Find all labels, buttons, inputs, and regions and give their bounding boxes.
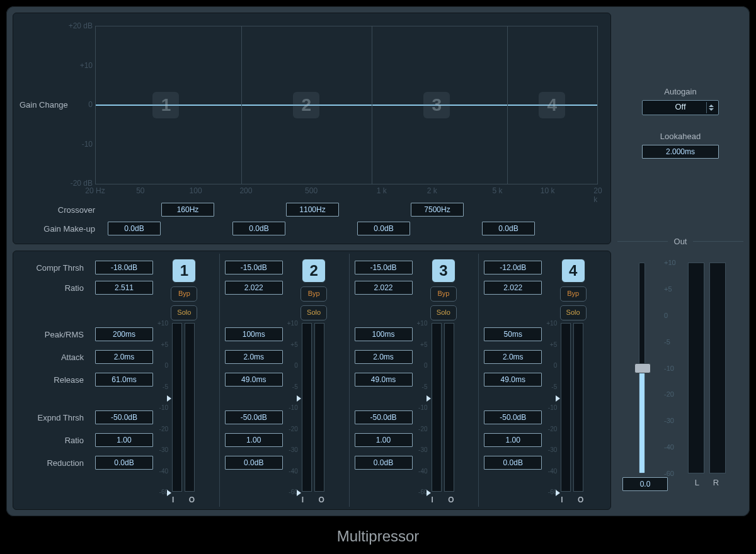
compr-thrsh-value-3[interactable]: -15.0dB: [355, 261, 413, 274]
bypass-button-1[interactable]: Byp: [171, 286, 197, 302]
output-meter-4: [573, 323, 583, 492]
input-meter-4: [561, 323, 571, 492]
lookahead-value[interactable]: 2.000ms: [642, 145, 719, 159]
input-meter-2: [302, 323, 312, 492]
crossover-1[interactable]: 160Hz: [161, 203, 214, 217]
band-4: -12.0dB2.02250ms2.0ms49.0ms-50.0dB1.000.…: [478, 254, 608, 507]
ratio-value-3[interactable]: 1.00: [355, 433, 413, 447]
expnd-thrsh-value-2[interactable]: -50.0dB: [225, 410, 283, 424]
gain-graph[interactable]: Gain Change +20 dB+100-10-20 dB 1234 20 …: [13, 13, 611, 244]
ratio-value-3[interactable]: 2.022: [355, 281, 413, 295]
peak-rms-value-1[interactable]: 200ms: [95, 327, 153, 341]
gain-makeup-row: Gain Make-up 0.0dB0.0dB0.0dB0.0dB: [20, 220, 598, 237]
peak-rms-value-3[interactable]: 100ms: [355, 327, 413, 341]
input-meter-3: [432, 323, 442, 492]
label-reduction: Reduction: [47, 458, 84, 468]
label-ratio: Ratio: [65, 283, 84, 293]
band-toggle-1[interactable]: 1: [172, 259, 196, 283]
label-attack: Attack: [61, 353, 84, 362]
output-meter-l: [688, 263, 704, 473]
threshold-marker-icon[interactable]: [427, 490, 431, 496]
ratio-value-4[interactable]: 2.022: [484, 281, 542, 295]
label-release: Release: [54, 375, 84, 385]
solo-button-2[interactable]: Solo: [301, 305, 327, 320]
ratio-value-1[interactable]: 2.511: [95, 281, 153, 295]
crossover-2[interactable]: 1100Hz: [286, 203, 339, 217]
release-value-4[interactable]: 49.0ms: [484, 373, 542, 387]
attack-value-4[interactable]: 2.0ms: [484, 350, 542, 364]
output-scale: +10+50-5-10-20-30-40-60: [664, 263, 685, 473]
threshold-marker-icon[interactable]: [167, 490, 171, 496]
threshold-marker-icon[interactable]: [427, 395, 431, 402]
bands-panel: Compr Thrsh Ratio Peak/RMS Attack Releas…: [13, 251, 611, 510]
solo-button-3[interactable]: Solo: [430, 305, 457, 320]
reduction-value-3[interactable]: 0.0dB: [355, 456, 413, 470]
gain-makeup-1[interactable]: 0.0dB: [108, 222, 161, 235]
threshold-marker-icon[interactable]: [297, 490, 301, 496]
attack-value-1[interactable]: 2.0ms: [95, 350, 153, 364]
output-meter-1: [185, 323, 195, 492]
band-3: -15.0dB2.022100ms2.0ms49.0ms-50.0dB1.000…: [349, 254, 479, 507]
threshold-marker-icon[interactable]: [556, 490, 560, 496]
autogain-select[interactable]: Off: [642, 100, 719, 115]
band-1: -18.0dB2.511200ms2.0ms61.0ms-50.0dB1.000…: [90, 254, 219, 507]
gain-makeup-2[interactable]: 0.0dB: [232, 222, 285, 235]
y-axis-label: Gain Change: [20, 100, 68, 110]
reduction-value-4[interactable]: 0.0dB: [484, 456, 542, 470]
expnd-thrsh-value-1[interactable]: -50.0dB: [95, 410, 153, 424]
band-toggle-4[interactable]: 4: [561, 259, 585, 283]
crossover-label: Crossover: [20, 205, 99, 215]
expnd-thrsh-value-3[interactable]: -50.0dB: [355, 410, 413, 424]
y-ticks: +20 dB+100-10-20 dB: [62, 26, 93, 183]
ratio-value-2[interactable]: 2.022: [225, 281, 283, 295]
band-2: -15.0dB2.022100ms2.0ms49.0ms-50.0dB1.000…: [219, 254, 349, 507]
compr-thrsh-value-1[interactable]: -18.0dB: [95, 261, 153, 274]
reduction-value-2[interactable]: 0.0dB: [225, 456, 283, 470]
attack-value-3[interactable]: 2.0ms: [355, 350, 413, 364]
gain-makeup-label: Gain Make-up: [20, 224, 99, 234]
x-ticks: 20 Hz501002005001 k2 k5 k10 k20 k: [95, 26, 598, 183]
crossover-3[interactable]: 7500Hz: [411, 203, 464, 217]
global-controls: Autogain Off Lookahead 2.000ms: [617, 13, 743, 233]
output-meter-2: [314, 323, 324, 492]
reduction-value-1[interactable]: 0.0dB: [95, 456, 153, 470]
output-gain-slider[interactable]: [639, 263, 645, 473]
band-toggle-2[interactable]: 2: [302, 259, 326, 283]
solo-button-1[interactable]: Solo: [171, 305, 197, 320]
gain-makeup-3[interactable]: 0.0dB: [357, 222, 410, 235]
threshold-marker-icon[interactable]: [167, 395, 171, 402]
output-r-label: R: [713, 478, 719, 487]
peak-rms-value-4[interactable]: 50ms: [484, 327, 542, 341]
ratio-value-4[interactable]: 1.00: [484, 433, 542, 447]
gain-makeup-4[interactable]: 0.0dB: [482, 222, 535, 235]
release-value-1[interactable]: 61.0ms: [95, 373, 153, 387]
out-header: Out: [617, 237, 743, 246]
plugin-caption: Multipressor: [0, 528, 756, 545]
threshold-marker-icon[interactable]: [556, 395, 560, 402]
output-meter-r: [709, 263, 726, 473]
expnd-thrsh-value-4[interactable]: -50.0dB: [484, 410, 542, 424]
output-meter-3: [444, 323, 454, 492]
band-toggle-3[interactable]: 3: [432, 259, 455, 283]
threshold-marker-icon[interactable]: [297, 395, 301, 402]
bypass-button-4[interactable]: Byp: [560, 286, 587, 302]
ratio-value-2[interactable]: 1.00: [225, 433, 283, 447]
compr-thrsh-value-2[interactable]: -15.0dB: [225, 261, 283, 274]
attack-value-2[interactable]: 2.0ms: [225, 350, 283, 364]
slider-thumb[interactable]: [634, 363, 651, 373]
output-l-label: L: [695, 478, 699, 487]
compr-thrsh-value-4[interactable]: -12.0dB: [484, 261, 542, 274]
band-param-labels: Compr Thrsh Ratio Peak/RMS Attack Releas…: [16, 254, 90, 507]
peak-rms-value-2[interactable]: 100ms: [225, 327, 283, 341]
bypass-button-3[interactable]: Byp: [430, 286, 457, 302]
lookahead-label: Lookahead: [660, 132, 701, 141]
release-value-2[interactable]: 49.0ms: [225, 373, 283, 387]
ratio-value-1[interactable]: 1.00: [95, 433, 153, 447]
label-expnd-thrsh: Expnd Thrsh: [38, 413, 84, 422]
label-compr-thrsh: Compr Thrsh: [36, 263, 84, 273]
bypass-button-2[interactable]: Byp: [301, 286, 327, 302]
release-value-3[interactable]: 49.0ms: [355, 373, 413, 387]
chevron-updown-icon: [706, 102, 716, 113]
solo-button-4[interactable]: Solo: [560, 305, 587, 320]
output-gain-value[interactable]: 0.0: [622, 477, 668, 491]
